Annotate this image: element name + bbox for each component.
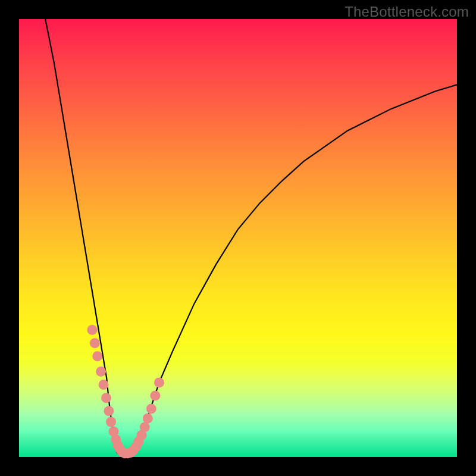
plot-gradient-area	[19, 19, 457, 457]
watermark-text: TheBottleneck.com	[345, 4, 469, 20]
chart-frame: TheBottleneck.com	[0, 0, 476, 476]
